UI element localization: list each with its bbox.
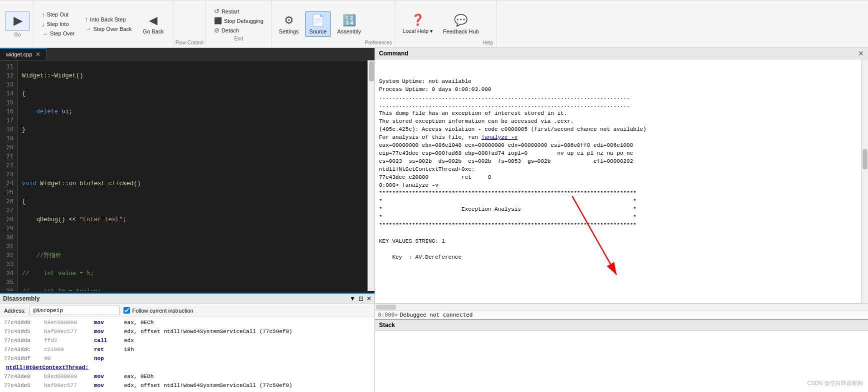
step-into-icon: ↓ [42, 20, 45, 28]
step-over-back-button[interactable]: → Step Over Back [82, 24, 135, 33]
assembly-button[interactable]: 🔢 Assembly [333, 12, 365, 36]
source-button[interactable]: 📄 Source [305, 11, 332, 37]
analyze-link[interactable]: !analyze -v [482, 134, 518, 140]
disasm-title: Disassembly [3, 295, 40, 302]
restart-icon: ↺ [214, 7, 220, 15]
follow-instruction-checkbox[interactable] [124, 307, 130, 314]
stack-header: Stack [375, 320, 868, 331]
step-over-back-label: Step Over Back [94, 26, 132, 32]
feedback-hub-label: Feedback Hub [443, 28, 479, 34]
disassembly-panel: Disassembly ▼ ⊡ ✕ Address: Follow curren… [0, 293, 374, 392]
code-editor[interactable]: widget.cpp ✕ 1112131415 1617181920 21222… [0, 48, 374, 293]
cmd-title: Command [379, 50, 408, 57]
step-controls-group: ↑ Step Out ↓ Step Into → Step Over ↑ Int… [34, 0, 174, 47]
detach-label: Detach [222, 27, 239, 33]
right-panel: Command ✕ System Uptime: not available P… [375, 48, 868, 392]
watermark: CSDN @空白即是昵称 [808, 380, 863, 387]
close-tab-button[interactable]: ✕ [36, 51, 40, 58]
end-label: End [211, 36, 266, 41]
restart-button[interactable]: ↺ Restart [211, 6, 266, 16]
detach-icon: ⊘ [214, 26, 220, 34]
disasm-collapse-button[interactable]: ▼ [350, 295, 356, 302]
disasm-row: 77c43ddc c21800 ret 18h [0, 345, 374, 354]
help-label: Help [483, 40, 494, 47]
disasm-address-input[interactable] [30, 306, 120, 315]
go-icon: ▶ [14, 14, 22, 27]
flow-control-label: Flow Control [174, 0, 206, 47]
line-numbers: 1112131415 1617181920 2122232425 2627282… [0, 60, 18, 291]
settings-label: Settings [279, 28, 299, 34]
disasm-header: Disassembly ▼ ⊡ ✕ [0, 294, 374, 304]
disasm-addr-bar: Address: Follow current instruction [0, 304, 374, 317]
help-group: ❓ Local Help ▾ 💬 Feedback Hub Help [396, 0, 496, 47]
tab-widget-cpp[interactable]: widget.cpp ✕ [0, 48, 47, 60]
command-window: Command ✕ System Uptime: not available P… [375, 48, 868, 320]
follow-instruction-label: Follow current instruction [124, 307, 193, 314]
toolbar-go-group: ▶ Go [2, 0, 34, 47]
cmd-input[interactable] [400, 312, 865, 318]
main-area: widget.cpp ✕ 1112131415 1617181920 21222… [0, 48, 868, 392]
code-content[interactable]: 1112131415 1617181920 2122232425 2627282… [0, 60, 374, 291]
go-back-label: Go Back [143, 28, 164, 34]
settings-icon: ⚙ [284, 14, 294, 27]
feedback-hub-button[interactable]: 💬 Feedback Hub [439, 12, 483, 36]
cmd-header: Command ✕ [375, 48, 868, 59]
cmd-close-button[interactable]: ✕ [858, 49, 864, 57]
disasm-content[interactable]: 77c43dd0 b8ec000000 mov eax, 0ECh 77c43d… [0, 317, 374, 392]
step-out-label: Step Out [47, 11, 68, 17]
step-out-button[interactable]: ↑ Step Out [38, 10, 78, 19]
local-help-label: Local Help ▾ [402, 28, 433, 34]
disasm-label-row: ntdll!NtGetContextThread: [0, 363, 374, 372]
go-back-col: ◀ Go Back [137, 0, 170, 47]
left-panel: widget.cpp ✕ 1112131415 1617181920 21222… [0, 48, 375, 392]
step-over-label: Step Over [50, 30, 75, 36]
detach-button[interactable]: ⊘ Detach [211, 25, 266, 35]
stack-body[interactable] [375, 331, 868, 392]
disasm-row: 77c43de5 baf09ec577 mov edx, offset ntdl… [0, 381, 374, 390]
cmd-body-row: System Uptime: not available Process Upt… [375, 59, 868, 303]
end-group: ↺ Restart ⬛ Stop Debugging ⊘ Detach End [206, 0, 272, 47]
disasm-float-button[interactable]: ⊡ [358, 295, 364, 302]
cmd-vscrollbar[interactable] [861, 59, 868, 303]
go-button[interactable]: ▶ [5, 11, 30, 31]
disasm-row: 77c43de0 b8ed000000 mov eax, 0EDh [0, 372, 374, 381]
step-over-back-icon: → [85, 25, 92, 32]
step-into-button[interactable]: ↓ Step Into [38, 19, 78, 29]
assembly-icon: 🔢 [342, 14, 356, 27]
step-out-icon: ↑ [42, 11, 45, 18]
disasm-close-button[interactable]: ✕ [366, 295, 372, 302]
step-into-back-button[interactable]: ↑ Into Back Step [82, 14, 135, 24]
cmd-text: System Uptime: not available Process Upt… [379, 77, 857, 261]
cmd-body[interactable]: System Uptime: not available Process Upt… [375, 59, 861, 303]
disasm-addr-label: Address: [4, 308, 26, 314]
go-label: Go [14, 32, 20, 37]
stop-debugging-button[interactable]: ⬛ Stop Debugging [211, 16, 266, 25]
step-into-label: Step Into [47, 21, 69, 27]
source-icon: 📄 [311, 14, 324, 27]
settings-button[interactable]: ⚙ Settings [275, 12, 303, 36]
feedback-icon: 💬 [454, 14, 468, 27]
step-col-2: ↑ Into Back Step → Step Over Back [80, 0, 137, 47]
cmd-hscrollbar[interactable] [375, 303, 868, 310]
stack-panel: Stack [375, 320, 868, 392]
disasm-row: 77c43ddf 90 nop [0, 354, 374, 363]
disasm-row: 77c43dea ffd2 call edx [0, 390, 374, 392]
step-into-back-label: Into Back Step [90, 16, 126, 22]
preferences-group: ⚙ Settings 📄 Source 🔢 Assembly Preferenc… [272, 0, 396, 47]
end-col: ↺ Restart ⬛ Stop Debugging ⊘ Detach End [209, 0, 268, 47]
code-vscrollbar[interactable] [368, 60, 374, 291]
stop-icon: ⬛ [214, 17, 222, 24]
cmd-prompt: 0:000> [378, 312, 398, 318]
disasm-row: 77c43dd0 b8ec000000 mov eax, 0ECh [0, 318, 374, 327]
go-back-button[interactable]: ◀ Go Back [139, 12, 168, 36]
help-icon: ❓ [411, 13, 424, 26]
local-help-button[interactable]: ❓ Local Help ▾ [398, 11, 437, 36]
follow-instruction-text: Follow current instruction [132, 308, 193, 314]
step-over-button[interactable]: → Step Over [38, 29, 78, 38]
main-toolbar: ▶ Go ↑ Step Out ↓ Step Into → Step Over … [0, 0, 868, 48]
cmd-input-bar: 0:000> [375, 310, 868, 319]
stop-label: Stop Debugging [224, 18, 264, 24]
source-label: Source [310, 28, 327, 34]
disasm-row: 77c43dd5 baf09ec577 mov edx, offset ntdl… [0, 327, 374, 336]
restart-label: Restart [222, 8, 239, 14]
